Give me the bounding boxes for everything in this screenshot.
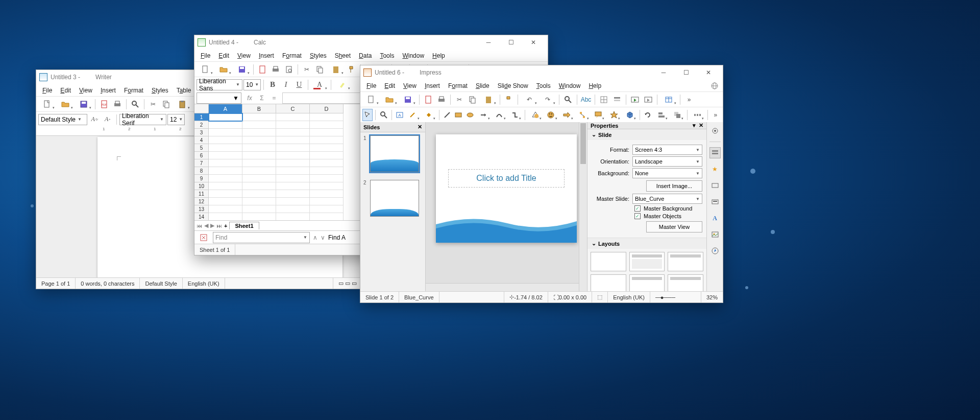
cell[interactable] [276,213,310,220]
undo-button[interactable]: ↶ [521,94,538,106]
3d-tool[interactable] [622,109,637,121]
properties-menu-icon[interactable]: ▾ [693,122,696,129]
slide-title-placeholder[interactable]: Click to add Title [448,169,565,188]
cell[interactable] [209,190,242,198]
cell[interactable] [276,167,310,175]
cell[interactable] [310,205,344,213]
cell[interactable] [276,182,310,190]
print-button[interactable] [435,94,448,106]
flowchart-tool[interactable] [575,109,590,121]
arrange-tool[interactable] [670,109,684,121]
menu-help[interactable]: Help [584,81,605,91]
master-obj-checkbox[interactable]: ✓Master Objects [634,213,702,219]
align-tool[interactable] [654,109,669,121]
vertical-scrollbar[interactable] [579,122,587,291]
clone-format-button[interactable] [503,94,515,106]
row-header-3[interactable]: 3 [194,129,209,136]
cell[interactable] [209,144,242,152]
minimize-button[interactable]: ─ [477,35,500,50]
maximize-button[interactable]: ☐ [675,65,697,80]
calc-titlebar[interactable]: Untitled 4 - Calc ─ ☐ ✕ [194,35,548,50]
callouts-tool[interactable] [591,109,606,121]
cell[interactable] [276,136,310,144]
cell[interactable] [276,113,310,121]
cell[interactable] [276,175,310,182]
cell[interactable] [242,213,276,220]
impress-titlebar[interactable]: Untitled 6 - Impress ─ ☐ ✕ [360,65,723,80]
status-style[interactable]: Default Style [140,278,182,289]
orientation-combo[interactable]: Landscape▼ [632,156,702,167]
text-box-tool[interactable]: A [395,109,405,121]
bold-button[interactable]: B [266,79,279,91]
status-words[interactable]: 0 words, 0 characters [76,278,140,289]
find-button[interactable] [129,98,141,110]
find-next-icon[interactable]: ∨ [321,234,325,241]
block-arrows-tool[interactable] [559,109,574,121]
menu-help[interactable]: Help [428,51,449,61]
status-pos[interactable]: ⊹ -1.74 / 8.02 [504,292,548,302]
font-size-combo[interactable]: 10▼ [243,79,261,90]
cell[interactable] [276,129,310,136]
find-prev-icon[interactable]: ∧ [313,234,317,241]
paste-button[interactable] [327,63,345,76]
cell[interactable] [276,198,310,205]
start-current-button[interactable] [642,94,654,106]
cell[interactable] [310,167,344,175]
cell[interactable] [276,190,310,198]
cell[interactable] [242,182,276,190]
menu-insert[interactable]: Insert [421,81,444,91]
open-button[interactable] [381,94,398,106]
start-first-button[interactable] [629,94,641,106]
clone-format-button[interactable] [346,63,358,76]
menu-tools[interactable]: Tools [532,81,555,91]
para-style-combo[interactable]: Default Style▼ [38,114,87,125]
cell[interactable] [209,121,242,129]
stars-tool[interactable] [606,109,621,121]
master-bg-checkbox[interactable]: ✓Master Background [634,205,702,212]
tab-first-icon[interactable]: ⏮ [197,223,202,229]
master-view-button[interactable]: Master View [646,221,702,232]
cell[interactable] [242,159,276,167]
menu-edit[interactable]: Edit [214,51,233,61]
menu-file[interactable]: File [197,51,214,61]
menu-view[interactable]: View [399,81,421,91]
status-sheet[interactable]: Sheet 1 of 1 [194,244,235,255]
layout-title-content[interactable] [668,252,703,271]
sidebar-gallery-icon[interactable] [709,229,721,240]
cell[interactable] [310,113,344,121]
open-button[interactable] [57,98,74,110]
ellipse-tool[interactable] [464,109,475,121]
slide-canvas[interactable]: Click to add Title [436,134,577,243]
save-button[interactable] [75,98,92,110]
row-header-12[interactable]: 12 [194,198,209,205]
format-combo[interactable]: Screen 4:3▼ [632,145,702,155]
slide-section-header[interactable]: ⌄Slide [587,129,706,140]
find-button[interactable] [562,94,574,106]
row-header-2[interactable]: 2 [194,121,209,129]
cell[interactable] [209,213,242,220]
line-tool[interactable] [442,109,452,121]
status-view-icons[interactable]: ▭ ▭ ▭ [333,278,362,289]
status-lang[interactable]: English (UK) [183,278,225,289]
cell[interactable] [242,167,276,175]
symbol-shapes-tool[interactable] [544,109,558,121]
print-preview-button[interactable] [283,63,295,76]
print-button[interactable] [270,63,282,76]
status-zoom[interactable]: 32% [701,292,723,302]
cell[interactable] [242,175,276,182]
menu-insert[interactable]: Insert [96,85,120,96]
export-pdf-button[interactable] [256,63,268,76]
horizontal-scrollbar[interactable] [426,283,579,291]
cell[interactable] [242,144,276,152]
col-header-b[interactable]: B [242,104,276,113]
cell[interactable] [310,213,344,220]
menu-tools[interactable]: Tools [376,51,398,61]
insert-image-button[interactable]: Insert Image... [646,180,702,192]
col-header-a[interactable]: A [209,104,242,113]
zoom-tool[interactable] [378,109,388,121]
more-tools[interactable]: » [710,109,721,121]
spellcheck-button[interactable]: Abc [580,94,592,106]
cell[interactable] [209,198,242,205]
cell[interactable] [242,136,276,144]
menu-insert[interactable]: Insert [255,51,278,61]
